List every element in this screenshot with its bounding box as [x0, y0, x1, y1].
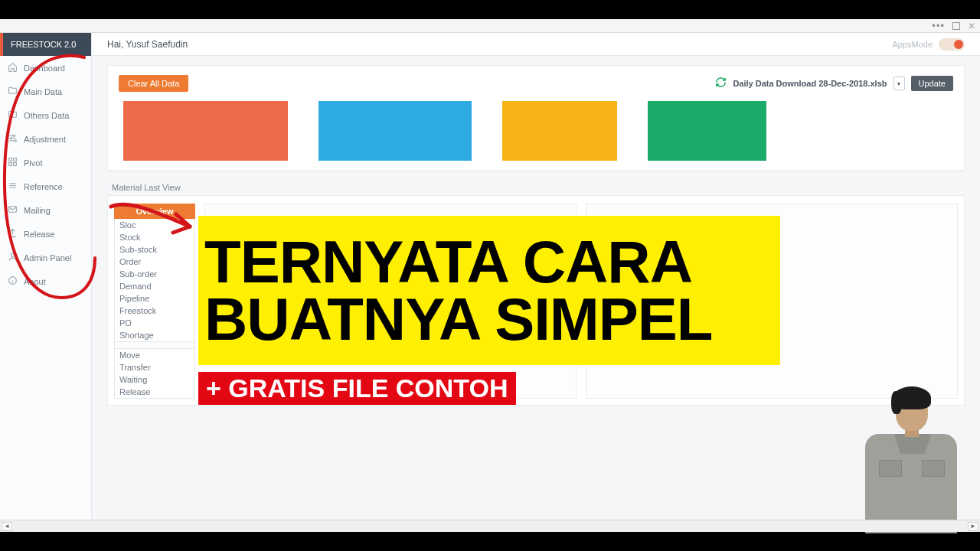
sidebar-item-label: About [24, 277, 46, 286]
sidebar-item-label: Reference [24, 182, 63, 191]
svg-point-1 [11, 137, 12, 139]
overlay-headline-line1: TERNYATA CARA [204, 233, 774, 290]
svg-point-0 [13, 135, 15, 136]
sidebar-item-main-data[interactable]: Main Data [0, 80, 91, 103]
svg-rect-5 [9, 163, 12, 166]
svg-rect-3 [9, 158, 12, 161]
sidebar-item-mailing[interactable]: Mailing [0, 198, 91, 222]
tile-orange[interactable] [123, 101, 288, 161]
sidebar-item-label: Dashboard [24, 64, 65, 73]
overview-header: Overview [114, 204, 195, 219]
greeting-text: Hai, Yusuf Saefudin [107, 39, 188, 50]
ov-item-order[interactable]: Order [115, 256, 194, 268]
window-close-icon[interactable]: ✕ [968, 21, 975, 31]
window-maximize-icon[interactable] [952, 22, 960, 30]
topbar: Hai, Yusuf Saefudin AppsMode [92, 33, 980, 56]
scroll-left-icon[interactable]: ◄ [2, 522, 12, 531]
ov-item-sloc[interactable]: Sloc [115, 219, 194, 231]
ov-item-waiting[interactable]: Waiting [115, 373, 194, 386]
mail-icon [8, 204, 18, 216]
sidebar-item-dashboard[interactable]: Dashboard [0, 56, 91, 80]
ov-item-suborder[interactable]: Sub-order [115, 268, 194, 280]
overlay-subheadline: + GRATIS FILE CONTOH [198, 372, 516, 405]
sidebar-item-label: Release [24, 230, 54, 239]
overlay-headline-line2: BUATNYA SIMPEL [204, 291, 774, 347]
refresh-icon[interactable] [715, 77, 727, 91]
ov-item-freestock[interactable]: Freestock [115, 305, 194, 317]
ov-item-transfer[interactable]: Transfer [115, 361, 194, 373]
sidebar-item-reference[interactable]: Reference [0, 174, 91, 198]
summary-card: Clear All Data Daily Data Download 28-De… [107, 65, 965, 171]
tile-green[interactable] [648, 101, 766, 161]
ov-item-move[interactable]: Move [115, 349, 194, 361]
clear-all-button[interactable]: Clear All Data [119, 75, 188, 92]
section-label: Material Last View [112, 183, 965, 192]
window-titlebar: ••• ✕ [0, 19, 980, 33]
svg-point-8 [11, 253, 14, 256]
sidebar-item-label: Main Data [24, 87, 62, 96]
brand-title: FREESTOCK 2.0 [0, 33, 91, 56]
appsmode-label: AppsMode [892, 40, 933, 49]
download-filename: Daily Data Download 28-Dec-2018.xlsb [733, 79, 887, 88]
window-menu-dots[interactable]: ••• [932, 20, 945, 31]
sidebar-item-pivot[interactable]: Pivot [0, 151, 91, 174]
svg-rect-4 [14, 158, 17, 161]
upload-icon [8, 228, 18, 240]
ov-item-stock[interactable]: Stock [115, 231, 194, 243]
ov-item-demand[interactable]: Demand [115, 280, 194, 292]
sidebar-item-others-data[interactable]: Others Data [0, 103, 91, 127]
info-icon [8, 276, 18, 287]
ov-item-release[interactable]: Release [115, 386, 194, 398]
sidebar: FREESTOCK 2.0 Dashboard Main Data Others… [0, 33, 92, 520]
tile-blue[interactable] [318, 101, 472, 161]
sidebar-item-label: Adjustment [24, 135, 66, 144]
ov-item-pipeline[interactable]: Pipeline [115, 292, 194, 305]
user-icon [8, 252, 18, 263]
home-icon [8, 62, 18, 73]
sidebar-item-label: Mailing [24, 206, 51, 215]
svg-point-2 [15, 140, 16, 142]
sidebar-item-release[interactable]: Release [0, 222, 91, 246]
sliders-icon [8, 133, 18, 145]
overlay-headline: TERNYATA CARA BUATNYA SIMPEL [198, 216, 780, 365]
ov-item-substock[interactable]: Sub-stock [115, 243, 194, 256]
sidebar-item-adjustment[interactable]: Adjustment [0, 127, 91, 151]
presenter-figure [842, 386, 972, 532]
ov-item-po[interactable]: PO [115, 317, 194, 329]
dropdown-caret[interactable]: ▼ [893, 77, 905, 90]
sidebar-item-admin-panel[interactable]: Admin Panel [0, 246, 91, 269]
sliders-icon [8, 181, 18, 192]
svg-rect-6 [14, 163, 17, 166]
folder-icon [8, 109, 18, 121]
folder-icon [8, 86, 18, 97]
horizontal-scrollbar[interactable]: ◄ ► [0, 520, 980, 532]
sidebar-item-label: Others Data [24, 111, 69, 120]
scroll-right-icon[interactable]: ► [968, 522, 978, 531]
tile-yellow[interactable] [502, 101, 617, 161]
overview-list: Sloc Stock Sub-stock Order Sub-order Dem… [114, 219, 195, 399]
grid-icon [8, 157, 18, 168]
sidebar-item-label: Admin Panel [24, 253, 71, 262]
appsmode-toggle[interactable] [939, 38, 965, 51]
sidebar-item-about[interactable]: About [0, 269, 91, 293]
ov-item-shortage[interactable]: Shortage [115, 329, 194, 341]
update-button[interactable]: Update [911, 76, 953, 91]
summary-tiles [119, 101, 953, 161]
sidebar-item-label: Pivot [24, 158, 42, 168]
